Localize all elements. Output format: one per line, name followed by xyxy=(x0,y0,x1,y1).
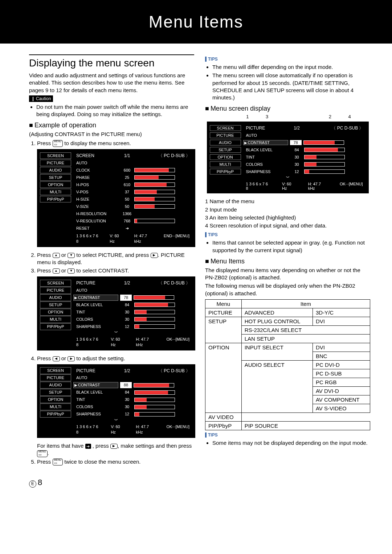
osd-input-mode: 〈 PC D-SUB 〉 xyxy=(134,153,192,159)
chevron-down-icon: ︾ xyxy=(210,175,366,180)
osd-item-value: ➔ xyxy=(120,226,134,231)
tips-list-1: The menu will differ depending on the in… xyxy=(205,63,370,101)
osd-slider xyxy=(134,383,174,387)
osd-item-label: TINT xyxy=(73,309,120,315)
menu-items-heading: Menu Items xyxy=(205,258,370,265)
steps-list: Press MENU▭ to display the menu screen. … xyxy=(29,140,194,466)
osd-slider xyxy=(304,162,345,167)
osd-item-label: COLORS xyxy=(73,317,120,322)
osd-slider xyxy=(303,140,344,145)
step-5: Press MENU▭ twice to close the menu scre… xyxy=(37,458,194,466)
caution-text: Do not turn the main power switch off wh… xyxy=(36,103,194,118)
osd-sidebar-item: SCREEN xyxy=(210,125,241,131)
menu-button-icon: MENU▭ xyxy=(53,140,63,147)
osd-slider xyxy=(134,303,175,307)
items-p1: The displayed menu items vary depending … xyxy=(205,267,370,282)
osd-slider xyxy=(134,219,175,223)
osd-sidebar-item: PICTURE xyxy=(40,374,71,381)
osd-item-label: TINT xyxy=(73,397,120,402)
osd-status-bar: 1 3 6 6 x 7 6 8V: 60 HzH: 47.7 kHzOK···[… xyxy=(40,423,192,435)
osd-item-label: TINT xyxy=(243,155,290,159)
menu-display-heading: Menu screen display xyxy=(205,105,370,112)
osd-title: PICTURE xyxy=(73,280,120,286)
osd-item-value: 768 xyxy=(120,218,134,224)
osd-sidebar-item: PICTURE xyxy=(40,287,71,294)
enter-icon: ➔ xyxy=(85,444,91,449)
table-row: SETUPHOT PLUG CONTROLDVI xyxy=(205,317,370,325)
osd-slider xyxy=(134,204,175,209)
osd-item-label: AUTO xyxy=(73,375,120,381)
table-row: PICTUREADVANCED3D-Y/C xyxy=(205,308,370,317)
osd-item-value: 84 xyxy=(290,148,304,152)
osd-item-label: ▶CONTRAST xyxy=(73,382,118,388)
osd-slider xyxy=(304,169,345,174)
osd-status-bar: 1 3 6 6 x 7 6 8V: 60 HzH: 47.7 kHzOK···[… xyxy=(210,180,366,190)
osd-sidebar-item: PICTURE xyxy=(40,160,71,167)
osd-item-label: V-POS xyxy=(73,189,120,195)
caution-label: Caution xyxy=(29,95,53,102)
right-button-icon: ▶ xyxy=(68,356,75,361)
legend-list: 1 Name of the menu2 Input mode3 An item … xyxy=(205,198,370,229)
osd-input-mode: 〈 PC D-SUB 〉 xyxy=(134,368,192,374)
osd-item-value: 37 xyxy=(120,189,134,195)
up-button-icon: ▲ xyxy=(53,253,60,258)
osd-item-value: 600 xyxy=(120,168,134,173)
osd-slider xyxy=(134,175,175,180)
left-button-icon: ◀ xyxy=(53,356,60,361)
legend-pointers: 1 3 2 4 xyxy=(238,114,359,119)
osd-slider xyxy=(134,412,175,416)
osd-item-label: ▶CONTRAST xyxy=(73,295,118,301)
osd-item-label: SHARPNESS xyxy=(73,411,120,417)
list-item: Items that cannot be selected appear in … xyxy=(212,239,370,254)
osd-item-label: V-RESOLUTION xyxy=(73,218,120,224)
items-p2: The following menus will be displayed on… xyxy=(205,282,370,297)
osd-item-label: ▶CONTRAST xyxy=(243,140,288,145)
example-heading: Example of operation xyxy=(29,122,194,129)
osd-sidebar-item: AUDIO xyxy=(40,294,71,301)
osd-sidebar-item: PICTURE xyxy=(210,132,241,138)
osd-item-value: 25 xyxy=(120,175,134,180)
osd-sidebar-item: PIP/PbyP xyxy=(210,169,241,175)
osd-input-mode: 〈 PC D-SUB 〉 xyxy=(304,125,366,131)
osd-item-label: BLACK LEVEL xyxy=(73,302,120,308)
osd-page: 1/2 xyxy=(120,368,134,374)
list-item: The menu will differ depending on the in… xyxy=(212,63,370,71)
osd-item-label: AUTO xyxy=(73,160,120,166)
osd-panel: SCREENPICTURE1/2〈 PC D-SUB 〉PICTUREAUTOA… xyxy=(37,276,195,350)
osd-slider xyxy=(134,405,175,409)
osd-sidebar-item: OPTION xyxy=(40,181,71,188)
osd-panel: SCREENSCREEN1/1〈 PC D-SUB 〉PICTUREAUTOAU… xyxy=(37,149,195,247)
table-row: AV VIDEO xyxy=(205,413,370,421)
osd-slider xyxy=(134,390,175,395)
chevron-down-icon: ︾ xyxy=(40,330,192,335)
osd-sidebar-item: AUDIO xyxy=(40,382,71,389)
osd-item-label: H-POS xyxy=(73,182,120,188)
osd-slider xyxy=(134,398,175,402)
osd-sidebar-item: MULTI xyxy=(210,161,241,167)
menu-button-icon: MENU▭ xyxy=(37,450,48,457)
osd-item-label: AUTO xyxy=(243,133,290,138)
osd-slider xyxy=(134,310,175,314)
down-button-icon: ▼ xyxy=(68,268,75,274)
tips-list-3: Some items may not be displayed dependin… xyxy=(205,439,370,447)
table-header: Item xyxy=(241,299,370,308)
osd-item-label: SHARPNESS xyxy=(73,324,120,329)
step-4: Press ◀ or ▶ to adjust the setting. SCRE… xyxy=(37,355,194,457)
osd-item-label: V-SIZE xyxy=(73,204,120,209)
osd-item-value: 12 xyxy=(290,169,304,174)
osd-sidebar-item: SCREEN xyxy=(40,367,71,374)
osd-slider xyxy=(304,148,345,152)
osd-item-value: 84 xyxy=(120,302,134,308)
osd-item-value: 88 xyxy=(120,382,132,388)
right-button-icon: ▶ xyxy=(151,253,158,258)
enter-note: For items that have ➔ , press ▶, make se… xyxy=(37,442,194,457)
osd-item-value: 30 xyxy=(120,317,134,322)
osd-status-bar: 1 3 6 6 x 7 6 8V: 60 HzH: 47.7 kHzOK···[… xyxy=(40,335,192,348)
section-heading: Displaying the menu screen xyxy=(29,54,194,69)
osd-item-value: 1366 xyxy=(120,211,134,217)
osd-sidebar-item: SETUP xyxy=(210,147,241,153)
osd-sidebar-item: AUDIO xyxy=(40,167,71,174)
osd-item-value: 30 xyxy=(290,162,304,167)
osd-title: SCREEN xyxy=(73,153,120,159)
osd-item-label: H-RESOLUTION xyxy=(73,211,120,217)
